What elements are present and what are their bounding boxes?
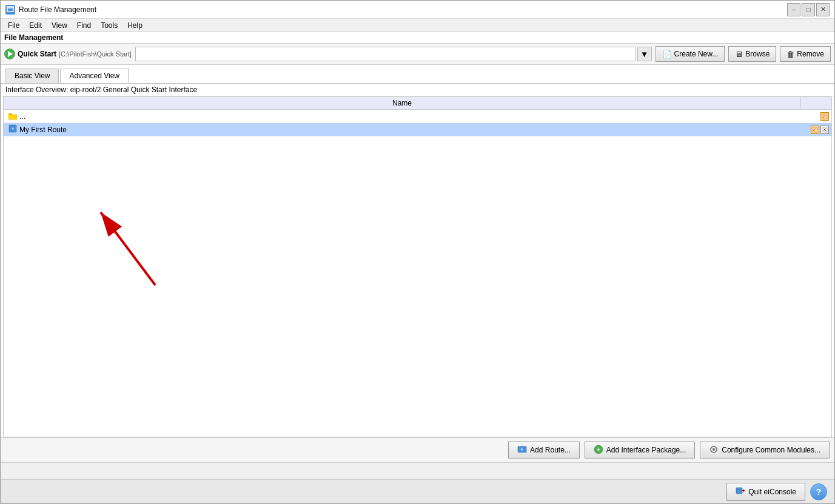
add-route-icon: +	[517, 445, 527, 456]
title-bar: Route File Management − □ ✕	[1, 1, 834, 19]
row-dots-text: ...	[19, 112, 25, 121]
quit-button[interactable]: Quit eiConsole	[726, 483, 805, 501]
quick-start-path: [C:\PilotFish\Quick Start]	[59, 50, 132, 58]
file-management-header: File Management	[1, 32, 834, 44]
quit-icon	[736, 486, 745, 497]
close-button[interactable]: ✕	[816, 3, 830, 16]
window-title: Route File Management	[19, 5, 787, 14]
table-cell-name: + My First Route	[4, 123, 801, 136]
toolbar-row: Quick Start [C:\PilotFish\Quick Start] ▼…	[1, 44, 834, 65]
svg-text:+: +	[12, 126, 15, 132]
path-dropdown-button[interactable]: ▼	[637, 47, 652, 61]
main-content: Basic View Advanced View Interface Overv…	[1, 65, 834, 462]
remove-button[interactable]: 🗑 Remove	[780, 46, 831, 62]
create-new-icon: 📄	[662, 50, 672, 59]
tab-basic-view-label: Basic View	[15, 72, 50, 80]
table-row[interactable]: + My First Route	[4, 123, 831, 136]
svg-point-19	[713, 448, 715, 451]
main-window: Route File Management − □ ✕ File Edit Vi…	[0, 0, 835, 504]
svg-marker-2	[8, 51, 13, 57]
add-route-label: Add Route...	[530, 446, 571, 454]
menu-edit[interactable]: Edit	[24, 20, 47, 31]
menu-file[interactable]: File	[3, 20, 24, 31]
tabs-row: Basic View Advanced View	[1, 65, 834, 83]
browse-icon: 🖥	[735, 50, 743, 59]
interface-overview-label: Interface Overview: eip-root/2 General Q…	[5, 86, 197, 94]
svg-text:+: +	[520, 446, 523, 452]
browse-button[interactable]: 🖥 Browse	[728, 46, 776, 62]
menu-tools[interactable]: Tools	[96, 20, 122, 31]
svg-marker-22	[743, 489, 745, 492]
maximize-button[interactable]: □	[802, 3, 815, 16]
status-bar	[1, 462, 834, 479]
quick-start-text: Quick Start	[18, 50, 56, 58]
svg-text:+: +	[597, 446, 600, 453]
edit-icon[interactable]	[820, 112, 829, 121]
tab-advanced-view-label: Advanced View	[69, 72, 119, 80]
create-new-button[interactable]: 📄 Create New...	[656, 46, 725, 62]
create-new-label: Create New...	[674, 50, 719, 58]
add-interface-button[interactable]: + Add Interface Package...	[585, 442, 695, 459]
svg-rect-7	[813, 127, 817, 132]
table-cell-icons	[801, 126, 831, 134]
table-cell-icons	[801, 112, 831, 121]
svg-rect-0	[7, 7, 13, 12]
tab-basic-view[interactable]: Basic View	[5, 69, 59, 83]
window-icon	[5, 5, 15, 15]
browse-label: Browse	[745, 50, 770, 58]
remove-label: Remove	[797, 50, 824, 58]
configure-label: Configure Common Modules...	[722, 446, 820, 454]
column-name: Name	[4, 97, 801, 109]
column-actions	[801, 97, 831, 109]
quit-label: Quit eiConsole	[748, 488, 796, 496]
file-table: Name ...	[3, 96, 832, 437]
menu-bar: File Edit View Find Tools Help	[1, 19, 834, 32]
menu-help[interactable]: Help	[122, 20, 147, 31]
table-cell-name: ...	[4, 111, 801, 122]
configure-modules-button[interactable]: Configure Common Modules...	[700, 442, 830, 459]
svg-rect-20	[736, 488, 742, 494]
svg-rect-3	[822, 114, 827, 119]
row-first-route-text: My First Route	[19, 126, 67, 134]
quick-start-icon	[4, 49, 15, 59]
configure-icon	[709, 445, 719, 456]
menu-find[interactable]: Find	[72, 20, 96, 31]
add-route-button[interactable]: + Add Route...	[508, 442, 580, 459]
add-interface-icon: +	[594, 445, 603, 456]
minimize-button[interactable]: −	[787, 3, 800, 16]
add-interface-label: Add Interface Package...	[606, 446, 686, 454]
arrow-annotation	[22, 188, 173, 309]
tab-advanced-view[interactable]: Advanced View	[60, 69, 129, 83]
menu-view[interactable]: View	[47, 20, 72, 31]
edit-icon[interactable]	[811, 126, 819, 134]
path-input[interactable]	[135, 47, 636, 61]
quick-start-label: Quick Start [C:\PilotFish\Quick Start]	[4, 49, 132, 59]
delete-icon[interactable]	[820, 126, 829, 134]
svg-line-13	[101, 212, 155, 285]
window-controls: − □ ✕	[787, 3, 830, 16]
bottom-toolbar: + Add Route... + Add Interface Package..…	[1, 437, 834, 462]
remove-icon: 🗑	[786, 50, 794, 59]
route-icon: +	[8, 124, 17, 135]
footer-bar: Quit eiConsole ?	[1, 479, 834, 503]
help-button[interactable]: ?	[810, 483, 827, 500]
table-row[interactable]: ...	[4, 110, 831, 123]
interface-overview: Interface Overview: eip-root/2 General Q…	[1, 83, 834, 96]
help-label: ?	[816, 487, 822, 497]
table-header: Name	[4, 97, 831, 110]
folder-icon	[8, 113, 17, 120]
